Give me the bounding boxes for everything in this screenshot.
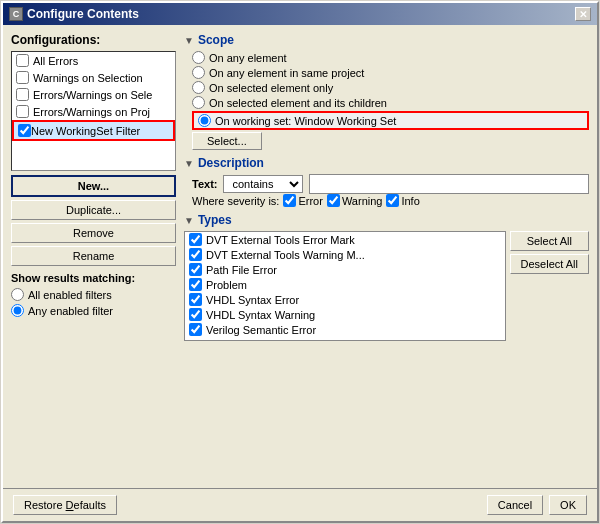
type-dvt-error-mark[interactable]: DVT External Tools Error Mark bbox=[185, 232, 505, 247]
severity-warning-checkbox[interactable] bbox=[327, 194, 340, 207]
type-dvt-warning-label: DVT External Tools Warning M... bbox=[206, 249, 365, 261]
any-filter-option[interactable]: Any enabled filter bbox=[11, 304, 176, 317]
severity-warning[interactable]: Warning bbox=[327, 194, 383, 207]
type-path-file-error-checkbox[interactable] bbox=[189, 263, 202, 276]
types-list[interactable]: DVT External Tools Error Mark DVT Extern… bbox=[184, 231, 506, 341]
configurations-list[interactable]: All Errors Warnings on Selection Errors/… bbox=[12, 52, 175, 170]
deselect-all-button[interactable]: Deselect All bbox=[510, 254, 589, 274]
types-header: ▼ Types bbox=[184, 213, 589, 227]
config-checkbox-errors-warnings-proj[interactable] bbox=[16, 105, 29, 118]
type-dvt-error-mark-checkbox[interactable] bbox=[189, 233, 202, 246]
scope-same-project-radio[interactable] bbox=[192, 66, 205, 79]
new-button[interactable]: New... bbox=[11, 175, 176, 197]
all-filters-option[interactable]: All enabled filters bbox=[11, 288, 176, 301]
type-vhdl-syntax-error-checkbox[interactable] bbox=[189, 293, 202, 306]
config-buttons: New... Duplicate... Remove Rename bbox=[11, 175, 176, 266]
description-title: Description bbox=[198, 156, 264, 170]
config-checkbox-new-workingset[interactable] bbox=[18, 124, 31, 137]
all-filters-radio[interactable] bbox=[11, 288, 24, 301]
main-content: Configurations: All Errors Warnings on S… bbox=[3, 25, 597, 488]
config-label-new-workingset: New WorkingSet Filter bbox=[31, 125, 140, 137]
type-verilog-semantic-error-checkbox[interactable] bbox=[189, 323, 202, 336]
severity-error-label: Error bbox=[298, 195, 322, 207]
scope-any-element-radio[interactable] bbox=[192, 51, 205, 64]
config-item-errors-warnings-proj[interactable]: Errors/Warnings on Proj bbox=[12, 103, 175, 120]
type-path-file-error-label: Path File Error bbox=[206, 264, 277, 276]
title-bar: C Configure Contents ✕ bbox=[3, 3, 597, 25]
ok-button[interactable]: OK bbox=[549, 495, 587, 515]
scope-selected-only-radio[interactable] bbox=[192, 81, 205, 94]
type-vhdl-syntax-warning-checkbox[interactable] bbox=[189, 308, 202, 321]
severity-error[interactable]: Error bbox=[283, 194, 322, 207]
scope-selected-only-label: On selected element only bbox=[209, 82, 333, 94]
any-filter-radio[interactable] bbox=[11, 304, 24, 317]
close-button[interactable]: ✕ bbox=[575, 7, 591, 21]
severity-info[interactable]: Info bbox=[386, 194, 419, 207]
type-path-file-error[interactable]: Path File Error bbox=[185, 262, 505, 277]
type-dvt-warning-checkbox[interactable] bbox=[189, 248, 202, 261]
bottom-bar: Restore Defaults Cancel OK bbox=[3, 488, 597, 521]
type-vhdl-syntax-warning[interactable]: VHDL Syntax Warning bbox=[185, 307, 505, 322]
severity-error-checkbox[interactable] bbox=[283, 194, 296, 207]
types-section: ▼ Types DVT External Tools Error Mark DV… bbox=[184, 213, 589, 341]
type-dvt-warning[interactable]: DVT External Tools Warning M... bbox=[185, 247, 505, 262]
scope-selected-children-radio[interactable] bbox=[192, 96, 205, 109]
restore-defaults-button[interactable]: Restore Defaults bbox=[13, 495, 117, 515]
scope-selected-children[interactable]: On selected element and its children bbox=[192, 96, 589, 109]
show-results-label: Show results matching: bbox=[11, 272, 176, 284]
description-arrow-icon: ▼ bbox=[184, 158, 194, 169]
description-text-input[interactable] bbox=[309, 174, 589, 194]
types-title: Types bbox=[198, 213, 232, 227]
dialog-title: Configure Contents bbox=[27, 7, 139, 21]
type-problem-checkbox[interactable] bbox=[189, 278, 202, 291]
rename-button[interactable]: Rename bbox=[11, 246, 176, 266]
scope-header: ▼ Scope bbox=[184, 33, 589, 47]
scope-title: Scope bbox=[198, 33, 234, 47]
config-item-all-errors[interactable]: All Errors bbox=[12, 52, 175, 69]
text-label: Text: bbox=[192, 178, 217, 190]
description-header: ▼ Description bbox=[184, 156, 589, 170]
description-dropdown[interactable]: contains equals starts with ends with bbox=[223, 175, 303, 193]
description-text-row: Text: contains equals starts with ends w… bbox=[184, 174, 589, 194]
duplicate-button[interactable]: Duplicate... bbox=[11, 200, 176, 220]
scope-selected-only[interactable]: On selected element only bbox=[192, 81, 589, 94]
scope-working-set-label: On working set: Window Working Set bbox=[215, 115, 396, 127]
description-section: ▼ Description Text: contains equals star… bbox=[184, 156, 589, 207]
configurations-list-container: All Errors Warnings on Selection Errors/… bbox=[11, 51, 176, 171]
scope-selected-children-label: On selected element and its children bbox=[209, 97, 387, 109]
bottom-right-buttons: Cancel OK bbox=[487, 495, 587, 515]
config-item-warnings-selection[interactable]: Warnings on Selection bbox=[12, 69, 175, 86]
configure-contents-dialog: C Configure Contents ✕ Configurations: A… bbox=[1, 1, 599, 523]
select-all-button[interactable]: Select All bbox=[510, 231, 589, 251]
dialog-icon: C bbox=[9, 7, 23, 21]
severity-info-label: Info bbox=[401, 195, 419, 207]
scope-any-element[interactable]: On any element bbox=[192, 51, 589, 64]
types-arrow-icon: ▼ bbox=[184, 215, 194, 226]
config-checkbox-warnings-selection[interactable] bbox=[16, 71, 29, 84]
cancel-button[interactable]: Cancel bbox=[487, 495, 543, 515]
scope-radios: On any element On any element in same pr… bbox=[184, 51, 589, 130]
right-panel: ▼ Scope On any element On any element in… bbox=[184, 33, 589, 480]
scope-working-set-radio[interactable] bbox=[198, 114, 211, 127]
type-vhdl-syntax-error[interactable]: VHDL Syntax Error bbox=[185, 292, 505, 307]
severity-label: Where severity is: bbox=[192, 195, 279, 207]
config-checkbox-all-errors[interactable] bbox=[16, 54, 29, 67]
show-results-section: Show results matching: All enabled filte… bbox=[11, 272, 176, 317]
configurations-label: Configurations: bbox=[11, 33, 176, 47]
remove-button[interactable]: Remove bbox=[11, 223, 176, 243]
type-vhdl-syntax-warning-label: VHDL Syntax Warning bbox=[206, 309, 315, 321]
config-item-errors-warnings-sele[interactable]: Errors/Warnings on Sele bbox=[12, 86, 175, 103]
scope-same-project[interactable]: On any element in same project bbox=[192, 66, 589, 79]
config-item-new-workingset[interactable]: New WorkingSet Filter bbox=[12, 120, 175, 141]
select-button[interactable]: Select... bbox=[192, 132, 262, 150]
config-label-errors-warnings-sele: Errors/Warnings on Sele bbox=[33, 89, 152, 101]
type-dvt-error-mark-label: DVT External Tools Error Mark bbox=[206, 234, 355, 246]
scope-same-project-label: On any element in same project bbox=[209, 67, 364, 79]
scope-working-set[interactable]: On working set: Window Working Set bbox=[192, 111, 589, 130]
type-problem[interactable]: Problem bbox=[185, 277, 505, 292]
all-filters-label: All enabled filters bbox=[28, 289, 112, 301]
severity-info-checkbox[interactable] bbox=[386, 194, 399, 207]
config-checkbox-errors-warnings-sele[interactable] bbox=[16, 88, 29, 101]
type-verilog-semantic-error[interactable]: Verilog Semantic Error bbox=[185, 322, 505, 337]
scope-arrow-icon: ▼ bbox=[184, 35, 194, 46]
